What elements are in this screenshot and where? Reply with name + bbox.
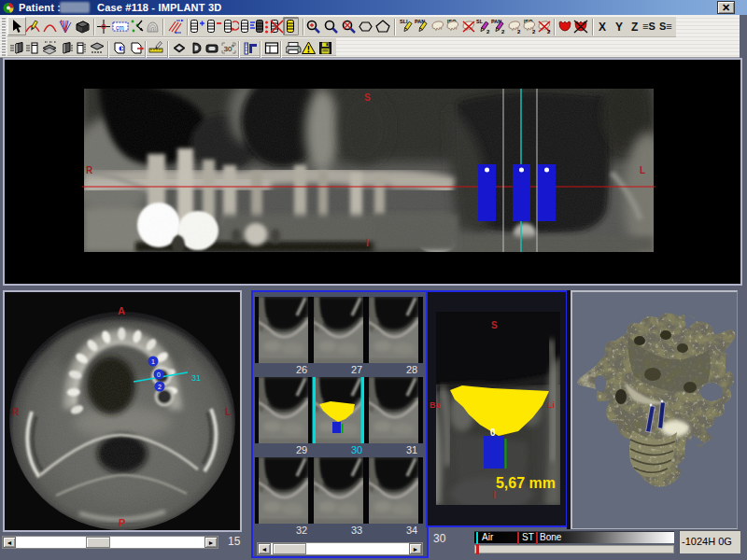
svg-text:0: 0 bbox=[490, 427, 496, 438]
svg-text:0: 0 bbox=[157, 371, 161, 378]
svg-text:SLI: SLI bbox=[400, 19, 408, 24]
svg-text:I: I bbox=[366, 238, 369, 248]
svg-text:31: 31 bbox=[191, 373, 201, 383]
svg-text:S: S bbox=[364, 92, 371, 103]
svg-text:2: 2 bbox=[517, 29, 521, 35]
svg-text:cm: cm bbox=[116, 24, 124, 31]
svg-text:L: L bbox=[640, 165, 645, 175]
svg-text:SL: SL bbox=[476, 19, 484, 24]
svg-text:R: R bbox=[86, 165, 93, 175]
svg-text:2: 2 bbox=[486, 29, 490, 35]
svg-text:2: 2 bbox=[501, 29, 505, 35]
svg-text:2: 2 bbox=[547, 29, 551, 35]
svg-text:2: 2 bbox=[532, 29, 536, 35]
svg-text:2: 2 bbox=[158, 384, 162, 390]
svg-text:1: 1 bbox=[151, 358, 155, 365]
svg-text:R: R bbox=[12, 407, 20, 417]
svg-text:L: L bbox=[225, 407, 231, 417]
svg-text:P: P bbox=[119, 517, 125, 528]
svg-text:A: A bbox=[118, 305, 125, 316]
svg-text:30: 30 bbox=[224, 45, 233, 53]
